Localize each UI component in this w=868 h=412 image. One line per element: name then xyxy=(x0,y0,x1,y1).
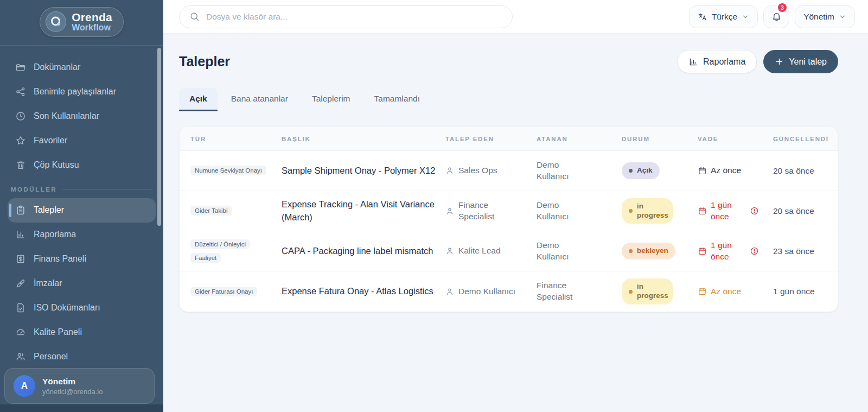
person-icon xyxy=(445,166,454,175)
col-talep-eden: TALEP EDEN xyxy=(445,136,537,142)
language-selector[interactable]: Türkçe xyxy=(689,5,758,28)
users-icon xyxy=(15,351,26,362)
calendar-icon xyxy=(698,287,707,296)
user-menu-label: Yönetim xyxy=(803,12,834,22)
gauge-icon xyxy=(15,327,26,338)
col-guncellendi: GÜNCELLENDİ xyxy=(773,136,829,142)
status-badge: bekleyen xyxy=(622,243,675,259)
assignee-name: Demo Kullanıcı xyxy=(537,240,601,263)
sidebar: Orenda Workflow Dokümanlar Benimle payla… xyxy=(0,0,163,412)
updated-label: 23 sa önce xyxy=(773,246,827,256)
sidebar-item-paylasilanlar[interactable]: Benimle paylaşılanlar xyxy=(8,80,156,104)
report-button[interactable]: Raporlama xyxy=(677,50,757,73)
user-menu-button[interactable]: Yönetim xyxy=(795,5,855,28)
main-area: Türkçe 3 Yönetim Talepler xyxy=(163,0,868,412)
bar-chart-icon xyxy=(15,229,26,240)
chevron-down-icon xyxy=(839,13,846,21)
sidebar-item-finans-paneli[interactable]: Finans Paneli xyxy=(8,247,156,271)
sidebar-divider xyxy=(0,45,163,46)
person-icon xyxy=(445,246,454,255)
request-title: Expense Tracking - Alan Visit Variance (… xyxy=(282,198,445,224)
requester-cell: Finance Specialist xyxy=(445,200,537,223)
active-accent-bar xyxy=(9,204,11,217)
person-icon xyxy=(445,287,454,296)
sidebar-item-dokumanlar[interactable]: Dokümanlar xyxy=(8,55,156,80)
table-row[interactable]: Numune Sevkiyat Onayı Sample Shipment On… xyxy=(180,151,838,191)
table-row[interactable]: Gider Takibi Expense Tracking - Alan Vis… xyxy=(180,191,838,231)
sidebar-item-raporlama[interactable]: Raporlama xyxy=(8,223,156,247)
sidebar-item-son-kullanilanlar[interactable]: Son Kullanılanlar xyxy=(8,104,156,129)
avatar: A xyxy=(14,375,35,397)
brand-name: Orenda xyxy=(72,11,112,23)
alert-circle-icon xyxy=(750,206,759,215)
requester-cell: Demo Kullanıcı xyxy=(445,286,537,297)
tab-bana-atananlar[interactable]: Bana atananlar xyxy=(221,88,298,111)
status-dot-icon xyxy=(629,209,633,213)
requester-name: Demo Kullanıcı xyxy=(458,286,515,297)
clipboard-icon xyxy=(15,205,26,215)
sidebar-item-label: ISO Dokümanları xyxy=(34,303,100,313)
updated-label: 1 gün önce xyxy=(773,287,827,296)
calendar-icon xyxy=(698,166,707,175)
due-label: 1 gün önce xyxy=(711,240,741,262)
brand-logo[interactable]: Orenda Workflow xyxy=(40,7,124,37)
sidebar-item-talepler[interactable]: Talepler xyxy=(8,198,156,223)
share-icon xyxy=(15,86,26,97)
calendar-icon xyxy=(698,206,707,215)
sidebar-item-personel[interactable]: Personel xyxy=(8,345,156,369)
language-label: Türkçe xyxy=(712,12,737,22)
table-row[interactable]: Gider Faturası Onayı Expense Fatura Onay… xyxy=(180,271,838,312)
clock-icon xyxy=(15,111,26,122)
status-badge: in progress xyxy=(622,198,673,224)
star-icon xyxy=(15,135,26,146)
type-badge: Düzeltici / Önleyici Faaliyet xyxy=(190,239,250,262)
tab-tamamlandi[interactable]: Tamamlandı xyxy=(364,88,430,111)
new-request-button-label: Yeni talep xyxy=(789,57,827,67)
assignee-name: Finance Specialist xyxy=(537,280,601,303)
sidebar-item-label: Son Kullanılanlar xyxy=(34,111,99,121)
sidebar-item-favoriler[interactable]: Favoriler xyxy=(8,129,156,153)
sidebar-item-kalite-paneli[interactable]: Kalite Paneli xyxy=(8,320,156,345)
tab-taleplerim[interactable]: Taleplerim xyxy=(302,88,361,111)
requester-name: Kalite Lead xyxy=(458,245,501,257)
new-request-button[interactable]: Yeni talep xyxy=(763,50,838,73)
sidebar-item-label: Personel xyxy=(34,352,68,362)
search-input[interactable] xyxy=(206,12,502,22)
global-search[interactable] xyxy=(179,5,513,28)
report-button-label: Raporlama xyxy=(703,57,745,67)
sidebar-item-label: Raporlama xyxy=(34,230,76,239)
page-content: Talepler Raporlama Yeni talep Açık Ba xyxy=(163,34,868,412)
alert-circle-icon xyxy=(750,246,759,256)
assignee-name: Demo Kullanıcı xyxy=(537,160,601,182)
due-cell: Az önce xyxy=(698,286,773,297)
updated-label: 20 sa önce xyxy=(773,166,827,176)
due-cell: Az önce xyxy=(698,165,773,176)
sidebar-modules: Talepler Raporlama Finans Paneli İmzalar… xyxy=(0,197,163,369)
sidebar-item-iso-dokumanlari[interactable]: ISO Dokümanları xyxy=(8,296,156,320)
col-durum: DURUM xyxy=(622,136,698,142)
sidebar-item-cop-kutusu[interactable]: Çöp Kutusu xyxy=(8,153,156,178)
translate-icon xyxy=(698,12,707,22)
search-icon xyxy=(189,11,200,22)
due-cell: 1 gün önce xyxy=(698,200,773,221)
sidebar-item-label: Finans Paneli xyxy=(34,254,86,264)
status-dot-icon xyxy=(629,169,633,173)
request-title: CAPA - Packaging line label mismatch xyxy=(282,245,445,258)
requester-name: Finance Specialist xyxy=(458,200,513,223)
due-label: 1 gün önce xyxy=(711,200,741,221)
due-label: Az önce xyxy=(711,165,741,176)
tab-acik[interactable]: Açık xyxy=(179,88,218,111)
request-tabs: Açık Bana atananlar Taleplerim Tamamland… xyxy=(179,88,838,111)
sidebar-item-imzalar[interactable]: İmzalar xyxy=(8,271,156,296)
request-title: Expense Fatura Onay - Atlas Logistics xyxy=(282,285,445,298)
requester-name: Sales Ops xyxy=(458,165,497,176)
sidebar-user-card[interactable]: A Yönetim yönetici@orenda.io xyxy=(4,368,155,404)
user-email: yönetici@orenda.io xyxy=(42,388,103,396)
updated-label: 20 sa önce xyxy=(773,206,827,216)
table-header-row: TÜR BAŞLIK TALEP EDEN ATANAN DURUM VADE … xyxy=(180,127,838,151)
request-title: Sample Shipment Onay - Polymer X12 xyxy=(282,164,445,178)
notifications-button[interactable]: 3 xyxy=(763,5,789,28)
table-row[interactable]: Düzeltici / Önleyici Faaliyet CAPA - Pac… xyxy=(180,231,838,271)
sidebar-section-moduller: MODÜLLER xyxy=(0,178,163,197)
sidebar-scrollbar[interactable] xyxy=(157,48,161,226)
